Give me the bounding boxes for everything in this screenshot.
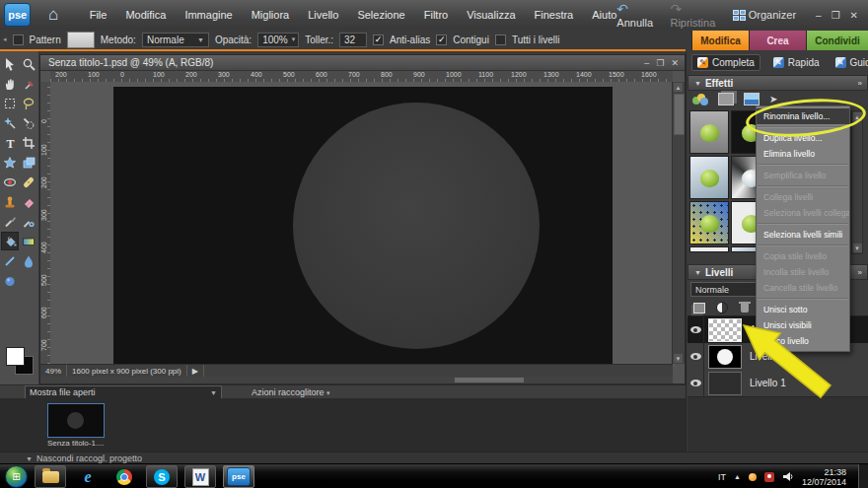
menu-item-file[interactable]: File: [90, 9, 108, 21]
start-button[interactable]: ⊞: [5, 465, 28, 488]
opacity-input[interactable]: 100%▾: [257, 33, 299, 47]
photo-effects-category-icon[interactable]: [744, 93, 760, 105]
tray-app-icon[interactable]: [749, 473, 757, 481]
document-title-bar[interactable]: Senza titolo-1.psd @ 49% (A, RGB/8) – ❐ …: [40, 55, 685, 71]
eyedropper-tool[interactable]: [20, 74, 37, 93]
scroll-up-icon[interactable]: ▲: [674, 83, 683, 92]
scroll-down-icon[interactable]: ▼: [853, 244, 862, 252]
menu-item-filtro[interactable]: Filtro: [424, 9, 448, 21]
tray-alert-icon[interactable]: [764, 472, 774, 482]
paint-bucket-tool[interactable]: [1, 232, 19, 250]
taskbar-ie-button[interactable]: e: [73, 466, 103, 487]
marquee-tool[interactable]: [1, 94, 19, 112]
minimize-button[interactable]: –: [816, 10, 822, 21]
brush-tool[interactable]: [1, 212, 19, 231]
menu-item-visualizza[interactable]: Visualizza: [467, 9, 515, 21]
taskbar-explorer-button[interactable]: [35, 465, 66, 488]
tab-completa[interactable]: ✎Completa: [691, 54, 760, 71]
blend-mode-select[interactable]: Normale▼: [142, 33, 209, 47]
taskbar-pse-button[interactable]: pse: [223, 465, 254, 488]
menu-item-immagine[interactable]: Immagine: [184, 9, 232, 21]
gradient-tool[interactable]: [20, 232, 37, 250]
foreground-color-swatch[interactable]: [6, 347, 25, 366]
effect-thumbnail[interactable]: [689, 110, 729, 154]
pattern-swatch[interactable]: [67, 32, 95, 48]
pattern-checkbox[interactable]: [13, 35, 24, 45]
shape-tool[interactable]: [1, 251, 19, 270]
canvas[interactable]: [113, 87, 613, 367]
apply-effect-pointer-icon[interactable]: ➤: [769, 94, 781, 105]
layer-thumbnail[interactable]: [708, 372, 742, 395]
effect-thumbnail[interactable]: [689, 246, 729, 252]
filters-category-icon[interactable]: [692, 94, 708, 105]
layer-thumbnail[interactable]: [708, 318, 742, 342]
antialias-checkbox[interactable]: ✓: [373, 35, 384, 45]
hand-tool[interactable]: [1, 74, 19, 93]
volume-icon[interactable]: [782, 471, 794, 482]
layer-thumbnail[interactable]: [708, 345, 742, 369]
menu-item-finestra[interactable]: Finestra: [535, 9, 574, 21]
move-tool[interactable]: [1, 54, 19, 73]
show-desktop-button[interactable]: [858, 464, 868, 488]
tab-rapida[interactable]: ✎Rapida: [768, 55, 825, 70]
sponge-tool[interactable]: [1, 271, 19, 290]
red-eye-removal-tool[interactable]: [1, 173, 19, 191]
context-menu-item-unico-livello[interactable]: Unico livello: [757, 333, 849, 349]
taskbar-word-button[interactable]: W: [184, 465, 216, 488]
context-menu-item-duplica-livello[interactable]: Duplica livello...: [757, 130, 849, 146]
vertical-scrollbar[interactable]: ▲ ▼: [672, 82, 685, 364]
status-options-button[interactable]: ▶: [187, 365, 204, 377]
eraser-tool[interactable]: [20, 192, 37, 211]
home-button[interactable]: ⌂: [38, 2, 67, 28]
panel-more-icon[interactable]: »: [858, 79, 861, 88]
scroll-down-icon[interactable]: ▼: [674, 354, 683, 363]
menu-item-selezione[interactable]: Selezione: [357, 9, 404, 21]
redo-button[interactable]: ↷ Ripristina: [670, 1, 726, 29]
open-file-thumbnail[interactable]: [47, 403, 105, 438]
zoom-level-field[interactable]: 49%: [40, 365, 67, 377]
taskbar-skype-button[interactable]: S: [146, 465, 178, 488]
quick-selection-tool[interactable]: [20, 113, 37, 132]
bin-actions-button[interactable]: Azioni raccoglitore ▾: [252, 387, 330, 397]
language-indicator[interactable]: IT: [718, 472, 726, 482]
scroll-up-icon[interactable]: ▲: [853, 112, 862, 121]
visibility-toggle[interactable]: [687, 343, 704, 370]
clone-stamp-tool[interactable]: [1, 192, 19, 211]
panel-collapse-icon[interactable]: ◂: [3, 35, 7, 43]
crop-tool[interactable]: [20, 133, 37, 152]
maximize-button[interactable]: ❐: [832, 10, 840, 21]
cookie-cutter-tool[interactable]: [1, 153, 19, 172]
panel-more-icon[interactable]: »: [858, 268, 861, 277]
taskbar-clock[interactable]: 21:38 12/07/2014: [802, 467, 846, 487]
effects-scrollbar[interactable]: ▲ ▼: [851, 110, 863, 254]
hidden-icons-button[interactable]: ▲: [734, 473, 741, 480]
tab-modifica[interactable]: Modifica: [691, 31, 749, 50]
layer-styles-category-icon[interactable]: [718, 93, 734, 105]
new-layer-button[interactable]: [692, 303, 705, 314]
delete-layer-button[interactable]: [738, 303, 751, 314]
menu-item-migliora[interactable]: Migliora: [252, 9, 290, 21]
all-layers-checkbox[interactable]: [495, 35, 506, 45]
effect-thumbnail[interactable]: [689, 156, 729, 199]
doc-restore-button[interactable]: ❐: [656, 58, 664, 68]
tab-condividi[interactable]: Condividi: [806, 31, 868, 50]
lasso-tool[interactable]: [20, 94, 37, 112]
zoom-tool[interactable]: [20, 54, 37, 73]
tab-crea[interactable]: Crea: [749, 31, 806, 50]
contiguous-checkbox[interactable]: ✓: [436, 35, 447, 45]
close-button[interactable]: ✕: [850, 10, 858, 21]
type-tool[interactable]: T: [1, 133, 19, 152]
doc-close-button[interactable]: ✕: [671, 58, 679, 68]
horizontal-scrollbar[interactable]: [40, 377, 673, 383]
smart-brush-tool[interactable]: [20, 212, 37, 231]
visibility-toggle[interactable]: [687, 370, 704, 396]
context-menu-item-unisci-visibili[interactable]: Unisci visibili: [757, 317, 849, 333]
context-menu-item-elimina-livello[interactable]: Elimina livello: [757, 146, 849, 162]
vertical-scroll-thumb[interactable]: [674, 94, 685, 135]
context-menu-item-unisci-sotto[interactable]: Unisci sotto: [757, 302, 849, 317]
effect-thumbnail[interactable]: [689, 201, 729, 244]
menu-item-modifica[interactable]: Modifica: [125, 9, 166, 21]
healing-brush-tool[interactable]: [20, 173, 37, 191]
recompose-tool[interactable]: [20, 153, 37, 172]
menu-item-livello[interactable]: Livello: [308, 9, 338, 21]
